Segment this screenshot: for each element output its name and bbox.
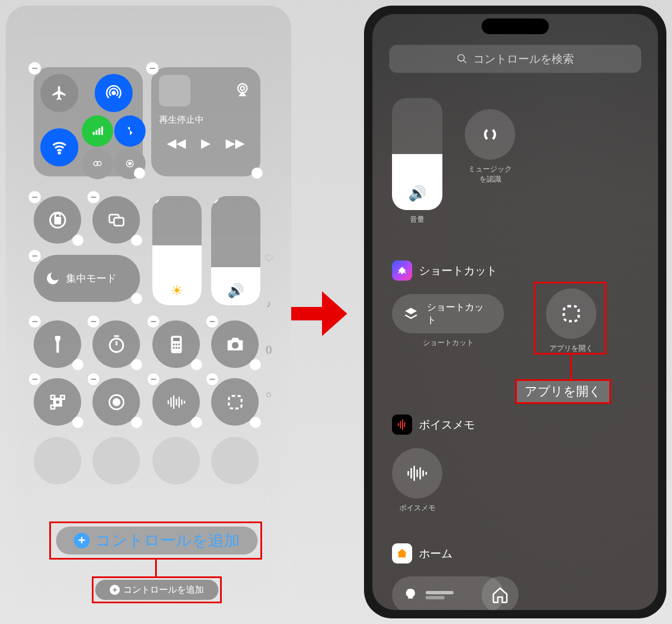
- annotation-line: [155, 560, 157, 578]
- media-widget[interactable]: − 再生停止中 ◀◀ ▶ ▶▶: [151, 67, 260, 176]
- link-toggle[interactable]: [82, 148, 113, 179]
- focus-mode-control[interactable]: − 集中モード: [34, 255, 140, 302]
- svg-rect-3: [96, 130, 97, 134]
- remove-icon[interactable]: −: [147, 372, 160, 386]
- play-icon[interactable]: ▶: [201, 136, 211, 151]
- mirror-icon: [107, 211, 126, 230]
- empty-slot[interactable]: [211, 437, 259, 485]
- search-controls-input[interactable]: コントロールを検索: [389, 45, 641, 73]
- resize-grip-icon[interactable]: [72, 359, 83, 370]
- airplane-toggle[interactable]: [40, 74, 78, 112]
- home-app-icon: [392, 543, 412, 564]
- voice-memo-header-label: ボイスメモ: [419, 417, 475, 432]
- annotation-box: [534, 282, 606, 355]
- remove-icon[interactable]: −: [87, 372, 100, 386]
- timer-icon: [106, 334, 127, 355]
- svg-point-25: [232, 342, 239, 348]
- resize-grip-icon[interactable]: [72, 417, 83, 428]
- remove-icon[interactable]: −: [152, 196, 160, 204]
- svg-rect-45: [410, 468, 412, 479]
- wifi-icon: [51, 139, 68, 156]
- sound-recognition-control[interactable]: −: [152, 378, 200, 426]
- remove-icon[interactable]: −: [147, 315, 160, 328]
- magnify-control[interactable]: −: [211, 378, 259, 426]
- remove-icon[interactable]: −: [206, 315, 219, 328]
- svg-rect-46: [413, 466, 415, 481]
- empty-slot[interactable]: [34, 437, 81, 485]
- search-icon: [456, 53, 468, 64]
- forward-icon[interactable]: ▶▶: [226, 136, 245, 151]
- svg-rect-31: [170, 397, 171, 407]
- empty-slot[interactable]: [152, 437, 200, 485]
- svg-rect-13: [55, 217, 60, 223]
- annotation-box: [92, 576, 222, 603]
- shortcuts-button[interactable]: ショートカット: [392, 294, 504, 333]
- camera-control[interactable]: −: [211, 320, 259, 368]
- volume-slider[interactable]: − 🔊: [211, 196, 260, 305]
- brightness-slider[interactable]: − ☀: [152, 196, 202, 305]
- remove-icon[interactable]: −: [28, 315, 41, 328]
- resize-grip-icon[interactable]: [251, 296, 260, 305]
- calculator-control[interactable]: −: [152, 320, 200, 368]
- empty-slot[interactable]: [92, 437, 140, 485]
- rotation-lock-control[interactable]: −: [34, 196, 81, 244]
- resize-grip-icon[interactable]: [131, 293, 142, 304]
- remove-icon[interactable]: −: [28, 372, 41, 386]
- resize-grip-icon[interactable]: [72, 235, 83, 246]
- resize-grip-icon[interactable]: [250, 359, 261, 370]
- remove-icon[interactable]: −: [87, 315, 100, 328]
- screen-mirror-control[interactable]: −: [92, 196, 140, 244]
- resize-grip-icon[interactable]: [134, 167, 145, 179]
- resize-grip-icon[interactable]: [131, 235, 142, 246]
- resize-grip-icon[interactable]: [131, 359, 142, 370]
- rewind-icon[interactable]: ◀◀: [167, 136, 186, 151]
- heart-icon: ♡: [264, 252, 273, 264]
- shortcuts-sub-label: ショートカット: [392, 338, 504, 348]
- resize-grip-icon[interactable]: [250, 417, 261, 428]
- resize-grip-icon[interactable]: [191, 359, 202, 370]
- bluetooth-toggle[interactable]: [114, 115, 146, 147]
- qr-control[interactable]: −: [34, 378, 81, 426]
- shazam-control[interactable]: ミュージック を認識: [465, 109, 515, 184]
- connectivity-widget[interactable]: −: [34, 67, 143, 176]
- svg-rect-41: [400, 421, 401, 429]
- svg-point-23: [175, 347, 178, 349]
- camera-icon: [225, 336, 245, 353]
- remove-icon[interactable]: −: [28, 190, 41, 204]
- svg-rect-32: [173, 395, 174, 409]
- resize-grip-icon[interactable]: [251, 167, 263, 179]
- layers-icon: [403, 306, 419, 322]
- record-control[interactable]: −: [92, 378, 140, 426]
- sound-wave-icon: [166, 394, 186, 411]
- volume-preview[interactable]: 🔊: [392, 98, 442, 210]
- remove-media-icon[interactable]: −: [146, 62, 159, 75]
- remove-icon[interactable]: −: [28, 249, 41, 263]
- svg-rect-4: [99, 128, 100, 135]
- search-placeholder: コントロールを検索: [473, 52, 574, 67]
- timer-control[interactable]: −: [92, 320, 140, 368]
- svg-rect-40: [398, 423, 399, 426]
- svg-rect-47: [417, 469, 418, 477]
- resize-grip-icon[interactable]: [191, 417, 202, 428]
- speaker-icon: 🔊: [408, 185, 426, 202]
- remove-connectivity-icon[interactable]: −: [28, 62, 41, 75]
- resize-grip-icon[interactable]: [193, 296, 202, 305]
- control-center-edit-screen: −: [6, 6, 291, 618]
- airdrop-toggle[interactable]: [95, 74, 133, 112]
- volume-label: 音量: [392, 215, 442, 225]
- remove-icon[interactable]: −: [211, 196, 219, 204]
- airplay-icon[interactable]: [235, 82, 253, 100]
- flashlight-control[interactable]: −: [34, 320, 81, 368]
- wifi-toggle[interactable]: [40, 128, 78, 166]
- voice-memo-section-header: ボイスメモ: [392, 415, 475, 435]
- shortcuts-btn-label: ショートカット: [427, 301, 493, 327]
- resize-grip-icon[interactable]: [131, 417, 142, 428]
- shazam-icon: [479, 123, 501, 146]
- voice-memo-app-icon: [392, 415, 412, 435]
- cellular-toggle[interactable]: [82, 115, 113, 147]
- voice-memo-control[interactable]: ボイスメモ: [392, 448, 442, 513]
- home-house-control[interactable]: ホーム: [482, 576, 519, 610]
- remove-icon[interactable]: −: [206, 372, 219, 386]
- remove-icon[interactable]: −: [87, 190, 100, 204]
- svg-rect-42: [402, 420, 403, 430]
